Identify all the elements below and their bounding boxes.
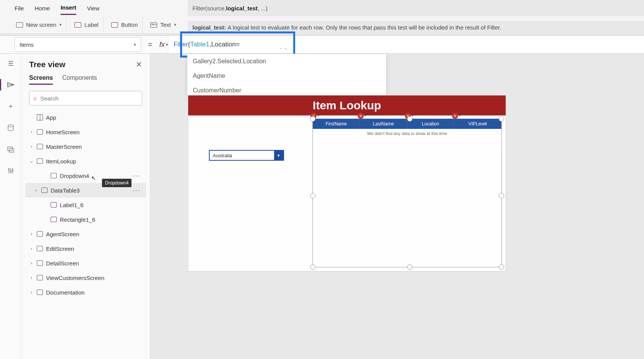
formula-input[interactable]: Filter(Table1, Location =	[168, 36, 644, 53]
svg-rect-2	[9, 148, 14, 152]
button-icon	[111, 22, 118, 28]
tree-search-input[interactable]	[40, 95, 138, 102]
chevron-down-icon[interactable]: ⌄	[29, 158, 34, 164]
dropdown4-control[interactable]: Australia ▾	[209, 150, 284, 161]
tab-screens[interactable]: Screens	[29, 74, 53, 85]
data-icon[interactable]	[7, 124, 15, 132]
chevron-down-icon[interactable]: ▾	[412, 113, 414, 117]
menu-home[interactable]: Home	[34, 2, 50, 15]
chevron-right-icon[interactable]: ›	[29, 231, 34, 237]
design-canvas[interactable]: Item Lookup Australia ▾ ✕▾ FirstName ✕▾ …	[188, 95, 506, 272]
screen-icon	[37, 260, 43, 266]
screen-icon	[37, 246, 43, 251]
delete-column-icon[interactable]: ✕	[452, 113, 458, 119]
chevron-down-icon[interactable]: ▾	[365, 113, 366, 117]
tree-node-itemlookup[interactable]: ⌄ ItemLookup	[25, 154, 146, 168]
screen-icon	[37, 290, 43, 295]
datatable3-control[interactable]: ✕▾ FirstName ✕▾ LastName ✕▾ Location ✕▾ …	[312, 119, 502, 267]
formula-token-table: Table1	[190, 41, 209, 48]
text-icon: Abc	[150, 22, 157, 28]
fx-icon[interactable]: fx▾	[159, 41, 168, 49]
tree-node-agentscreen[interactable]: › AgentScreen	[25, 227, 146, 241]
dropdown-icon	[51, 173, 57, 178]
chevron-right-icon[interactable]: ›	[34, 188, 38, 193]
column-firstname[interactable]: ✕▾ FirstName	[313, 119, 360, 129]
hamburger-icon[interactable]: ☰	[7, 59, 15, 68]
left-rail: ☰ ＋	[0, 54, 21, 359]
property-selector[interactable]: Items ▾	[15, 37, 141, 52]
intellisense-item[interactable]: Gallery2.Selected.Location	[187, 54, 386, 69]
tree-node-viewcustomersscreen[interactable]: › ViewCustomersScreen	[25, 270, 146, 285]
chevron-right-icon[interactable]: ›	[29, 246, 34, 251]
resize-handle[interactable]	[407, 116, 412, 122]
tree-node-rectangle1-6[interactable]: › Rectangle1_6	[25, 212, 146, 227]
insert-label-button[interactable]: Label	[70, 16, 104, 33]
tree-node-editscreen[interactable]: › EditScreen	[25, 241, 146, 256]
formula-param-description: logical_test: A logical test to evaluate…	[188, 21, 644, 34]
datatable-empty-text: We didn't find any data to show at this …	[313, 129, 501, 138]
svg-point-5	[12, 170, 13, 171]
chevron-down-icon[interactable]: ▾	[274, 151, 283, 160]
chevron-down-icon[interactable]: ▾	[317, 113, 319, 117]
intellisense-item[interactable]: AgentName	[187, 69, 386, 83]
tree-view-panel: Tree view ✕ Screens Components ⌕ › App ›…	[21, 54, 150, 359]
intellisense-popup: Gallery2.Selected.Location AgentName Cus…	[187, 54, 386, 98]
more-icon[interactable]: ···	[133, 172, 141, 180]
equals-sign: =	[148, 40, 153, 49]
label-icon	[51, 202, 57, 207]
screen-icon	[37, 275, 43, 280]
resize-handle[interactable]	[310, 264, 315, 270]
advanced-tools-icon[interactable]	[7, 166, 15, 175]
chevron-down-icon[interactable]: ▾	[459, 113, 461, 117]
tree-node-homescreen[interactable]: › HomeScreen	[25, 125, 146, 139]
resize-handle[interactable]	[499, 116, 504, 122]
media-icon[interactable]	[7, 145, 15, 153]
column-viplevel[interactable]: ✕▾ VIPLevel	[454, 119, 501, 129]
delete-column-icon[interactable]: ✕	[358, 113, 364, 119]
column-lastname[interactable]: ✕▾ LastName	[360, 119, 407, 129]
menu-insert[interactable]: Insert	[61, 1, 76, 15]
insert-button-button[interactable]: Button	[107, 16, 143, 33]
tree-node-app[interactable]: › App	[25, 110, 146, 125]
rectangle-icon	[51, 217, 57, 222]
more-icon[interactable]: ···	[133, 186, 141, 194]
menu-view[interactable]: View	[87, 2, 99, 15]
formula-bar: Items ▾ = fx▾ Filter(Table1, Location =	[0, 35, 644, 54]
insert-icon[interactable]: ＋	[7, 102, 15, 110]
app-icon	[37, 114, 43, 120]
tree-view-icon[interactable]	[7, 81, 15, 89]
close-icon[interactable]: ✕	[136, 60, 142, 69]
chevron-right-icon[interactable]: ›	[29, 144, 34, 149]
screen-icon	[37, 158, 43, 164]
table-icon	[41, 188, 48, 193]
svg-point-0	[8, 125, 13, 127]
chevron-down-icon: ▾	[174, 22, 176, 27]
tab-components[interactable]: Components	[62, 74, 97, 85]
tree-node-detailscreen[interactable]: › DetailScreen	[25, 256, 146, 270]
chevron-right-icon[interactable]: ›	[29, 290, 34, 295]
insert-text-button[interactable]: Abc Text ▾	[146, 16, 181, 33]
resize-handle[interactable]	[499, 193, 504, 198]
resize-handle[interactable]	[407, 264, 412, 270]
resize-handle[interactable]	[499, 264, 504, 270]
label-icon	[74, 22, 81, 28]
tree-list: › App › HomeScreen › MasterScreen ⌄ Item…	[25, 110, 146, 300]
chevron-right-icon[interactable]: ›	[29, 275, 34, 280]
svg-point-3	[8, 169, 10, 170]
label-text: Label	[84, 21, 99, 28]
formula-signature: Filter(source, logical_test, ...)	[188, 0, 644, 16]
tree-node-documentation[interactable]: › Documentation	[25, 285, 146, 300]
resize-handle[interactable]	[310, 116, 315, 122]
resize-handle[interactable]	[310, 193, 315, 198]
formula-token-fn: Filter	[174, 41, 188, 48]
chevron-right-icon[interactable]: ›	[29, 129, 34, 135]
screen-icon	[37, 231, 43, 237]
chevron-right-icon[interactable]: ›	[29, 260, 34, 266]
column-location[interactable]: ✕▾ Location	[407, 119, 454, 129]
new-screen-button[interactable]: New screen ▾	[12, 16, 67, 33]
tree-search[interactable]: ⌕	[29, 91, 142, 105]
tree-node-label1-6[interactable]: › Label1_6	[25, 198, 146, 212]
tree-node-masterscreen[interactable]: › MasterScreen	[25, 139, 146, 154]
menu-file[interactable]: File	[15, 2, 24, 15]
text-label: Text	[160, 21, 171, 28]
